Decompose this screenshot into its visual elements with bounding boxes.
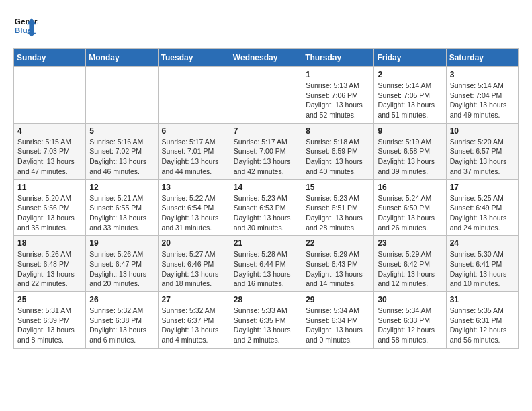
day-number: 9 — [378, 126, 442, 136]
calendar-cell: 26Sunrise: 5:32 AMSunset: 6:38 PMDayligh… — [86, 292, 158, 349]
calendar-cell: 16Sunrise: 5:24 AMSunset: 6:50 PMDayligh… — [374, 179, 446, 236]
day-info: Sunrise: 5:19 AMSunset: 6:58 PMDaylight:… — [378, 137, 442, 177]
day-number: 17 — [450, 183, 515, 192]
day-number: 20 — [162, 238, 226, 248]
day-info: Sunrise: 5:18 AMSunset: 6:59 PMDaylight:… — [306, 137, 370, 177]
day-info: Sunrise: 5:20 AMSunset: 6:56 PMDaylight:… — [17, 193, 82, 233]
calendar-cell: 20Sunrise: 5:27 AMSunset: 6:46 PMDayligh… — [158, 236, 230, 292]
weekday-header-saturday: Saturday — [446, 49, 518, 67]
week-row-5: 25Sunrise: 5:31 AMSunset: 6:39 PMDayligh… — [14, 292, 519, 349]
day-number: 1 — [306, 70, 370, 79]
calendar-cell: 14Sunrise: 5:23 AMSunset: 6:53 PMDayligh… — [230, 179, 302, 236]
calendar-table: SundayMondayTuesdayWednesdayThursdayFrid… — [13, 48, 519, 349]
day-info: Sunrise: 5:25 AMSunset: 6:49 PMDaylight:… — [450, 193, 515, 233]
day-info: Sunrise: 5:32 AMSunset: 6:38 PMDaylight:… — [89, 306, 154, 345]
calendar-cell: 3Sunrise: 5:14 AMSunset: 7:04 PMDaylight… — [446, 67, 518, 124]
calendar-cell: 1Sunrise: 5:13 AMSunset: 7:06 PMDaylight… — [302, 67, 374, 124]
weekday-header-wednesday: Wednesday — [230, 49, 302, 67]
day-info: Sunrise: 5:21 AMSunset: 6:55 PMDaylight:… — [89, 193, 154, 233]
day-info: Sunrise: 5:17 AMSunset: 7:01 PMDaylight:… — [162, 137, 226, 177]
calendar-cell: 19Sunrise: 5:26 AMSunset: 6:47 PMDayligh… — [86, 236, 158, 292]
day-number: 4 — [17, 126, 82, 136]
calendar-cell: 7Sunrise: 5:17 AMSunset: 7:00 PMDaylight… — [230, 123, 302, 179]
day-number: 13 — [162, 183, 226, 192]
day-info: Sunrise: 5:28 AMSunset: 6:44 PMDaylight:… — [234, 249, 298, 289]
day-number: 25 — [17, 295, 82, 304]
day-number: 27 — [162, 295, 226, 304]
day-number: 14 — [234, 183, 298, 192]
weekday-header-friday: Friday — [374, 49, 446, 67]
day-number: 24 — [450, 238, 515, 248]
day-info: Sunrise: 5:26 AMSunset: 6:48 PMDaylight:… — [17, 249, 82, 289]
calendar-cell: 25Sunrise: 5:31 AMSunset: 6:39 PMDayligh… — [14, 292, 86, 349]
calendar-cell: 2Sunrise: 5:14 AMSunset: 7:05 PMDaylight… — [374, 67, 446, 124]
calendar-cell — [14, 67, 86, 124]
day-info: Sunrise: 5:17 AMSunset: 7:00 PMDaylight:… — [234, 137, 298, 177]
day-info: Sunrise: 5:20 AMSunset: 6:57 PMDaylight:… — [450, 137, 515, 177]
day-number: 10 — [450, 126, 515, 136]
day-number: 6 — [162, 126, 226, 136]
day-number: 21 — [234, 238, 298, 248]
day-info: Sunrise: 5:29 AMSunset: 6:42 PMDaylight:… — [378, 249, 442, 289]
day-number: 26 — [89, 295, 154, 304]
calendar-cell: 18Sunrise: 5:26 AMSunset: 6:48 PMDayligh… — [14, 236, 86, 292]
day-number: 29 — [306, 295, 370, 304]
calendar-cell: 17Sunrise: 5:25 AMSunset: 6:49 PMDayligh… — [446, 179, 518, 236]
day-number: 23 — [378, 238, 442, 248]
week-row-4: 18Sunrise: 5:26 AMSunset: 6:48 PMDayligh… — [14, 236, 519, 292]
day-number: 2 — [378, 70, 442, 79]
day-info: Sunrise: 5:14 AMSunset: 7:05 PMDaylight:… — [378, 81, 442, 120]
calendar-cell: 8Sunrise: 5:18 AMSunset: 6:59 PMDaylight… — [302, 123, 374, 179]
calendar-cell: 21Sunrise: 5:28 AMSunset: 6:44 PMDayligh… — [230, 236, 302, 292]
day-number: 18 — [17, 238, 82, 248]
day-info: Sunrise: 5:13 AMSunset: 7:06 PMDaylight:… — [306, 81, 370, 120]
day-info: Sunrise: 5:16 AMSunset: 7:02 PMDaylight:… — [89, 137, 154, 177]
day-info: Sunrise: 5:26 AMSunset: 6:47 PMDaylight:… — [89, 249, 154, 289]
day-info: Sunrise: 5:27 AMSunset: 6:46 PMDaylight:… — [162, 249, 226, 289]
weekday-header-sunday: Sunday — [14, 49, 86, 67]
calendar-cell: 9Sunrise: 5:19 AMSunset: 6:58 PMDaylight… — [374, 123, 446, 179]
day-number: 11 — [17, 183, 82, 192]
calendar-cell: 27Sunrise: 5:32 AMSunset: 6:37 PMDayligh… — [158, 292, 230, 349]
calendar-cell: 31Sunrise: 5:35 AMSunset: 6:31 PMDayligh… — [446, 292, 518, 349]
page-header: General Blue — [13, 13, 519, 38]
day-info: Sunrise: 5:22 AMSunset: 6:54 PMDaylight:… — [162, 193, 226, 233]
weekday-header-thursday: Thursday — [302, 49, 374, 67]
calendar-cell: 4Sunrise: 5:15 AMSunset: 7:03 PMDaylight… — [14, 123, 86, 179]
weekday-header-tuesday: Tuesday — [158, 49, 230, 67]
calendar-cell: 24Sunrise: 5:30 AMSunset: 6:41 PMDayligh… — [446, 236, 518, 292]
day-info: Sunrise: 5:34 AMSunset: 6:34 PMDaylight:… — [306, 306, 370, 345]
calendar-cell: 29Sunrise: 5:34 AMSunset: 6:34 PMDayligh… — [302, 292, 374, 349]
day-number: 7 — [234, 126, 298, 136]
day-info: Sunrise: 5:14 AMSunset: 7:04 PMDaylight:… — [450, 81, 515, 120]
calendar-cell: 28Sunrise: 5:33 AMSunset: 6:35 PMDayligh… — [230, 292, 302, 349]
week-row-1: 1Sunrise: 5:13 AMSunset: 7:06 PMDaylight… — [14, 67, 519, 124]
day-number: 28 — [234, 295, 298, 304]
calendar-cell: 15Sunrise: 5:23 AMSunset: 6:51 PMDayligh… — [302, 179, 374, 236]
day-number: 16 — [378, 183, 442, 192]
calendar-cell: 5Sunrise: 5:16 AMSunset: 7:02 PMDaylight… — [86, 123, 158, 179]
day-number: 12 — [89, 183, 154, 192]
day-number: 30 — [378, 295, 442, 304]
calendar-cell: 12Sunrise: 5:21 AMSunset: 6:55 PMDayligh… — [86, 179, 158, 236]
calendar-cell: 6Sunrise: 5:17 AMSunset: 7:01 PMDaylight… — [158, 123, 230, 179]
day-number: 19 — [89, 238, 154, 248]
day-info: Sunrise: 5:24 AMSunset: 6:50 PMDaylight:… — [378, 193, 442, 233]
day-info: Sunrise: 5:33 AMSunset: 6:35 PMDaylight:… — [234, 306, 298, 345]
day-number: 3 — [450, 70, 515, 79]
week-row-2: 4Sunrise: 5:15 AMSunset: 7:03 PMDaylight… — [14, 123, 519, 179]
day-info: Sunrise: 5:32 AMSunset: 6:37 PMDaylight:… — [162, 306, 226, 345]
day-info: Sunrise: 5:34 AMSunset: 6:33 PMDaylight:… — [378, 306, 442, 345]
day-info: Sunrise: 5:23 AMSunset: 6:51 PMDaylight:… — [306, 193, 370, 233]
week-row-3: 11Sunrise: 5:20 AMSunset: 6:56 PMDayligh… — [14, 179, 519, 236]
calendar-cell — [158, 67, 230, 124]
day-number: 22 — [306, 238, 370, 248]
day-info: Sunrise: 5:15 AMSunset: 7:03 PMDaylight:… — [17, 137, 82, 177]
day-number: 15 — [306, 183, 370, 192]
calendar-cell: 30Sunrise: 5:34 AMSunset: 6:33 PMDayligh… — [374, 292, 446, 349]
calendar-cell: 22Sunrise: 5:29 AMSunset: 6:43 PMDayligh… — [302, 236, 374, 292]
day-number: 5 — [89, 126, 154, 136]
calendar-cell: 23Sunrise: 5:29 AMSunset: 6:42 PMDayligh… — [374, 236, 446, 292]
day-number: 31 — [450, 295, 515, 304]
day-number: 8 — [306, 126, 370, 136]
